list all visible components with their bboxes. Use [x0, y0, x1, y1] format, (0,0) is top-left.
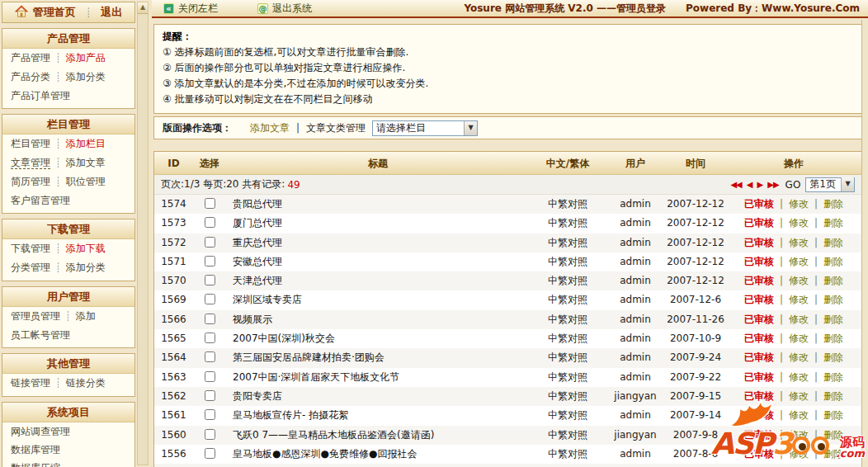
row-checkbox[interactable]	[205, 448, 215, 459]
row-checkbox[interactable]	[205, 275, 215, 285]
row-checkbox[interactable]	[205, 390, 215, 401]
lang-compare-link[interactable]: 中繁对照	[548, 390, 587, 402]
audited-link[interactable]: 已审核	[744, 275, 774, 286]
sidebar-item[interactable]: 添加分类	[66, 262, 106, 273]
sidebar-item[interactable]: 下载管理	[11, 243, 50, 254]
lang-compare-link[interactable]: 中繁对照	[548, 217, 587, 229]
column-select[interactable]: 请选择栏目 ▼	[372, 120, 478, 136]
audited-link[interactable]: 已审核	[744, 371, 774, 383]
prev-page-icon[interactable]: ◀	[747, 180, 752, 189]
sidebar-item[interactable]: 链接分类	[66, 377, 106, 389]
sidebar-item[interactable]: 数据库管理	[11, 444, 60, 455]
delete-link[interactable]: 删除	[823, 390, 843, 402]
edit-link[interactable]: 修改	[789, 429, 809, 441]
lang-compare-link[interactable]: 中繁对照	[548, 351, 587, 363]
audited-link[interactable]: 已审核	[744, 429, 774, 441]
row-checkbox[interactable]	[205, 429, 215, 440]
delete-link[interactable]: 删除	[823, 429, 843, 441]
delete-link[interactable]: 删除	[823, 371, 843, 383]
edit-link[interactable]: 修改	[789, 237, 809, 248]
lang-compare-link[interactable]: 中繁对照	[548, 333, 587, 344]
audited-link[interactable]: 已审核	[744, 409, 774, 421]
sidebar-item[interactable]: 添加	[76, 310, 96, 322]
article-title-link[interactable]: 视频展示	[233, 314, 272, 325]
article-title-link[interactable]: 2007中国·深圳首届家天下地板文化节	[233, 371, 399, 383]
article-title-link[interactable]: 厦门总代理	[233, 217, 282, 229]
row-checkbox[interactable]	[205, 351, 215, 362]
edit-link[interactable]: 修改	[789, 294, 809, 305]
edit-link[interactable]: 修改	[789, 198, 809, 210]
lang-compare-link[interactable]: 中繁对照	[548, 237, 587, 248]
delete-link[interactable]: 删除	[823, 448, 843, 460]
lang-compare-link[interactable]: 中繁对照	[548, 294, 587, 305]
sidebar-item[interactable]: 客户留言管理	[11, 195, 70, 206]
logout-system-button[interactable]: @ 退出系统	[257, 2, 312, 16]
sidebar-item[interactable]: 管理员管理	[11, 310, 60, 322]
sidebar-item[interactable]: 简历管理	[11, 176, 50, 187]
scroll-up-icon[interactable]: ▲	[138, 2, 148, 14]
row-checkbox[interactable]	[205, 333, 215, 343]
article-title-link[interactable]: 贵阳总代理	[233, 198, 282, 210]
delete-link[interactable]: 删除	[823, 275, 843, 286]
sidebar-item[interactable]: 链接管理	[11, 377, 50, 389]
logout-link[interactable]: 退出	[101, 5, 122, 20]
delete-link[interactable]: 删除	[823, 294, 843, 305]
sidebar-item[interactable]: 添加栏目	[66, 138, 106, 149]
article-title-link[interactable]: 第三届国安居品牌建材拍卖·团购会	[233, 351, 384, 363]
edit-link[interactable]: 修改	[789, 217, 809, 229]
delete-link[interactable]: 删除	[823, 237, 843, 248]
audited-link[interactable]: 已审核	[744, 294, 774, 305]
sidebar-item[interactable]: 产品管理	[11, 52, 50, 64]
lang-compare-link[interactable]: 中繁对照	[548, 275, 587, 286]
first-page-icon[interactable]: ◀◀	[730, 180, 741, 189]
home-link[interactable]: 管理首页	[33, 5, 76, 20]
article-title-link[interactable]: 皇马地板宣传片- 拍摄花絮	[233, 409, 348, 421]
row-checkbox[interactable]	[205, 256, 215, 267]
row-checkbox[interactable]	[205, 314, 215, 324]
delete-link[interactable]: 删除	[823, 198, 843, 210]
sidebar-item[interactable]: 产品分类	[11, 71, 50, 83]
lang-compare-link[interactable]: 中繁对照	[548, 371, 587, 383]
go-button[interactable]: GO	[785, 179, 801, 191]
edit-link[interactable]: 修改	[789, 314, 809, 325]
row-checkbox[interactable]	[205, 217, 215, 228]
delete-link[interactable]: 删除	[823, 256, 843, 267]
audited-link[interactable]: 已审核	[744, 314, 774, 325]
delete-link[interactable]: 删除	[823, 409, 843, 421]
sidebar-item[interactable]: 文章管理	[11, 157, 50, 169]
close-left-button[interactable]: « 关闭左栏	[163, 2, 218, 16]
sidebar-item[interactable]: 分类管理	[11, 262, 50, 273]
sidebar-item[interactable]: 添加分类	[66, 71, 106, 83]
sidebar-scrollbar[interactable]: ▲	[137, 2, 149, 465]
delete-link[interactable]: 删除	[823, 351, 843, 363]
row-checkbox[interactable]	[205, 237, 215, 248]
article-title-link[interactable]: 飞跃0 7——皇马精品木地板品鉴酒会(邀请函)	[233, 429, 434, 441]
edit-link[interactable]: 修改	[789, 275, 809, 286]
sidebar-item[interactable]: 职位管理	[66, 176, 106, 187]
edit-link[interactable]: 修改	[789, 351, 809, 363]
sidebar-item[interactable]: 添加产品	[66, 52, 106, 64]
audited-link[interactable]: 已审核	[744, 390, 774, 402]
lang-compare-link[interactable]: 中繁对照	[548, 198, 587, 210]
row-checkbox[interactable]	[205, 409, 215, 420]
lang-compare-link[interactable]: 中繁对照	[548, 448, 587, 460]
article-title-link[interactable]: 贵阳专卖店	[233, 390, 282, 402]
add-article-link[interactable]: 添加文章	[250, 121, 290, 135]
article-title-link[interactable]: 天津总代理	[233, 275, 282, 286]
delete-link[interactable]: 删除	[823, 314, 843, 325]
lang-compare-link[interactable]: 中繁对照	[548, 409, 587, 421]
article-title-link[interactable]: 皇马地板●感恩深圳●免费维修●回报社会	[233, 448, 417, 460]
article-title-link[interactable]: 重庆总代理	[233, 237, 282, 248]
page-select[interactable]: 第1页 ▼	[805, 177, 855, 192]
edit-link[interactable]: 修改	[789, 333, 809, 344]
article-title-link[interactable]: 安徽总代理	[233, 256, 282, 267]
sidebar-item[interactable]: 添加下载	[66, 243, 106, 254]
lang-compare-link[interactable]: 中繁对照	[548, 314, 587, 325]
audited-link[interactable]: 已审核	[744, 333, 774, 344]
audited-link[interactable]: 已审核	[744, 198, 774, 210]
edit-link[interactable]: 修改	[789, 256, 809, 267]
row-checkbox[interactable]	[205, 371, 215, 382]
edit-link[interactable]: 修改	[789, 371, 809, 383]
audited-link[interactable]: 已审核	[744, 448, 774, 460]
article-title-link[interactable]: 深圳区域专卖店	[233, 294, 302, 305]
